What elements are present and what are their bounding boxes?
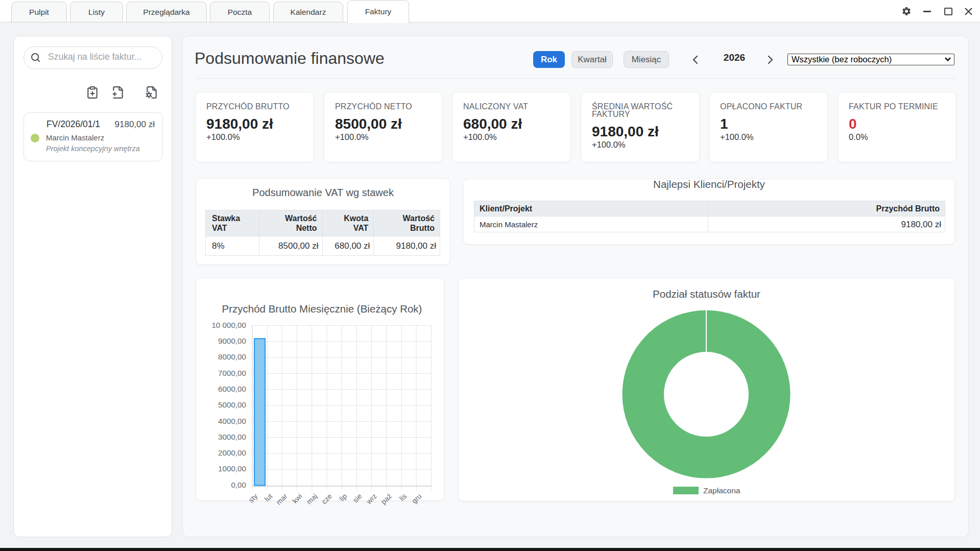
svg-text:wrz: wrz [364,492,378,506]
svg-text:1000,00: 1000,00 [218,464,246,473]
svg-text:10 000,00: 10 000,00 [211,321,246,329]
svg-text:lip: lip [338,492,348,502]
svg-text:lis: lis [398,492,409,502]
svg-text:5000,00: 5000,00 [218,400,246,409]
svg-text:9000,00: 9000,00 [218,337,246,345]
svg-text:3000,00: 3000,00 [218,433,246,441]
svg-text:paź: paź [379,492,393,506]
svg-text:0,00: 0,00 [231,481,246,489]
svg-text:kwi: kwi [291,492,304,505]
svg-text:4000,00: 4000,00 [218,417,246,425]
svg-text:gru: gru [410,492,423,505]
svg-text:2000,00: 2000,00 [218,448,246,457]
svg-text:lut: lut [263,492,274,503]
svg-text:cze: cze [320,492,333,506]
svg-text:sie: sie [351,492,364,504]
svg-text:8000,00: 8000,00 [218,352,246,361]
svg-text:sty: sty [247,492,259,504]
svg-text:6000,00: 6000,00 [218,385,246,393]
svg-text:7000,00: 7000,00 [218,369,246,377]
svg-text:maj: maj [305,492,319,506]
svg-text:mar: mar [274,492,289,507]
